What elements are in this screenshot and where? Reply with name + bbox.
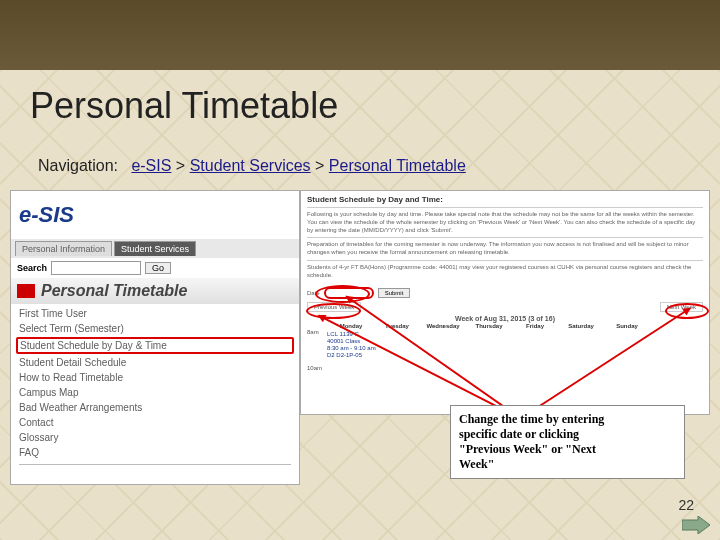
day-fri: Friday	[513, 323, 557, 329]
personal-timetable-header: Personal Timetable	[11, 278, 299, 304]
submit-button[interactable]: Submit	[378, 288, 411, 298]
callout-box: Change the time by entering specific dat…	[450, 405, 685, 479]
tab-bar: Personal Information Student Services	[11, 239, 299, 258]
highlight-date-input	[315, 285, 370, 303]
cell-line: 8:30 am - 9:10 am	[327, 345, 376, 352]
nav-label: Navigation:	[38, 157, 118, 174]
menu-glossary[interactable]: Glossary	[19, 430, 291, 445]
day-headers: Monday Tuesday Wednesday Thursday Friday…	[307, 323, 703, 329]
nav-link-esis[interactable]: e-SIS	[131, 157, 171, 174]
hour-8am: 8am	[307, 329, 327, 360]
schedule-note-1: Following is your schedule by day and ti…	[307, 207, 703, 237]
callout-line: "Previous Week" or "Next	[459, 442, 596, 456]
menu-student-schedule-day-time[interactable]: Student Schedule by Day & Time	[16, 337, 294, 354]
navigation-line: Navigation: e-SIS > Student Services > P…	[38, 157, 466, 175]
menu-student-detail-schedule[interactable]: Student Detail Schedule	[19, 355, 291, 370]
callout-line: Week"	[459, 457, 494, 471]
schedule-cell[interactable]: LCL 1139 C 40001 Class 8:30 am - 9:10 am…	[327, 331, 376, 360]
day-thu: Thursday	[467, 323, 511, 329]
callout-line: Change the time by entering	[459, 412, 604, 426]
day-tue: Tuesday	[375, 323, 419, 329]
timetable-icon	[17, 284, 35, 298]
callout-line: specific date or clicking	[459, 427, 579, 441]
sidebar-menu: First Time User Select Term (Semester) S…	[11, 304, 299, 471]
menu-faq[interactable]: FAQ	[19, 445, 291, 460]
menu-bad-weather[interactable]: Bad Weather Arrangements	[19, 400, 291, 415]
day-sat: Saturday	[559, 323, 603, 329]
week-label: Week of Aug 31, 2015 (3 of 16)	[307, 315, 703, 322]
personal-timetable-heading: Personal Timetable	[41, 282, 187, 300]
schedule-note-2: Preparation of timetables for the coming…	[307, 237, 703, 260]
schedule-title: Student Schedule by Day and Time:	[307, 195, 703, 204]
logo-area: e-SIS	[11, 191, 299, 239]
slide-title: Personal Timetable	[30, 85, 338, 127]
nav-sep: >	[171, 157, 189, 174]
top-band	[0, 0, 720, 70]
right-panel: Student Schedule by Day and Time: Follow…	[300, 190, 710, 415]
menu-campus-map[interactable]: Campus Map	[19, 385, 291, 400]
schedule-note-3: Students of 4-yr FT BA(Hons) (Programme …	[307, 260, 703, 283]
menu-contact[interactable]: Contact	[19, 415, 291, 430]
esis-logo: e-SIS	[19, 202, 74, 228]
day-wed: Wednesday	[421, 323, 465, 329]
search-label: Search	[17, 263, 47, 273]
nav-sep: >	[311, 157, 329, 174]
highlight-prev-week	[306, 303, 361, 319]
menu-select-term[interactable]: Select Term (Semester)	[19, 321, 291, 336]
tab-personal-information[interactable]: Personal Information	[15, 241, 112, 256]
nav-link-student-services[interactable]: Student Services	[190, 157, 311, 174]
cell-line: D2 D2-1P-05	[327, 352, 376, 359]
advance-arrow-icon[interactable]	[682, 516, 710, 534]
tab-student-services[interactable]: Student Services	[114, 241, 196, 256]
go-button[interactable]: Go	[145, 262, 171, 274]
search-row: Search Go	[11, 258, 299, 278]
hour-10am: 10am	[307, 365, 703, 371]
day-sun: Sunday	[605, 323, 649, 329]
menu-divider	[19, 464, 291, 465]
page-number: 22	[678, 497, 694, 513]
search-input[interactable]	[51, 261, 141, 275]
slide: Personal Timetable Navigation: e-SIS > S…	[0, 0, 720, 540]
menu-first-time-user[interactable]: First Time User	[19, 306, 291, 321]
left-panel: e-SIS Personal Information Student Servi…	[10, 190, 300, 485]
nav-link-personal-timetable[interactable]: Personal Timetable	[329, 157, 466, 174]
menu-how-to-read[interactable]: How to Read Timetable	[19, 370, 291, 385]
